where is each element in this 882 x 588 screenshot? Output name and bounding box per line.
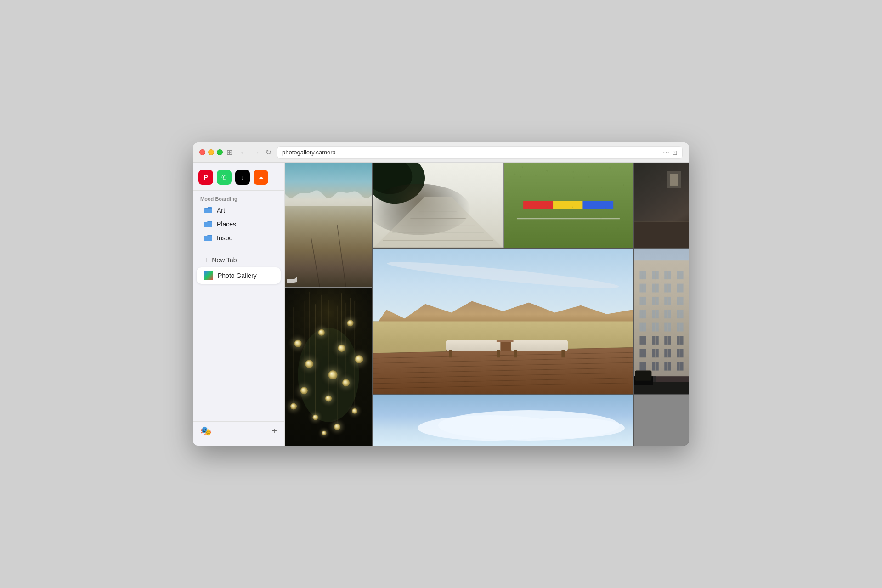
bookmark-pinterest[interactable]: P: [198, 170, 213, 185]
bookmark-whatsapp[interactable]: ✆: [217, 170, 232, 185]
url-text: photogallery.camera: [282, 149, 660, 156]
share-icon[interactable]: ⊡: [672, 149, 678, 156]
photo-sky-clouds[interactable]: [373, 395, 633, 446]
nav-buttons: ← → ↻: [238, 147, 273, 158]
photo-top-middle[interactable]: [373, 163, 633, 248]
folder-icon-places: [204, 220, 212, 228]
desert-canvas: [373, 249, 633, 394]
dark-room-canvas: [634, 163, 689, 248]
sidebar-item-inspo[interactable]: Inspo: [197, 231, 281, 245]
address-bar[interactable]: photogallery.camera ⋯ ⊡: [277, 146, 683, 159]
mood-boarding-label: Mood Boarding: [193, 192, 284, 204]
photo-grass[interactable]: [504, 163, 633, 248]
places-label: Places: [217, 220, 236, 228]
tab-favicon: [204, 271, 213, 280]
bookmark-tiktok[interactable]: ♪: [235, 170, 250, 185]
photo-desert-lounge[interactable]: [373, 249, 633, 394]
sidebar-item-places[interactable]: Places: [197, 217, 281, 231]
photo-gallery-main: [285, 163, 689, 446]
art-label: Art: [217, 207, 225, 214]
back-button[interactable]: ←: [238, 147, 249, 158]
title-bar: ⊞ ← → ↻ photogallery.camera ⋯ ⊡: [193, 142, 689, 163]
plus-icon: +: [204, 256, 208, 264]
active-tab[interactable]: Photo Gallery: [197, 267, 281, 284]
aerial-beach-photo: [285, 163, 372, 446]
photo-bottom-right[interactable]: [634, 395, 689, 446]
pinterest-icon: P: [204, 174, 208, 181]
sidebar-divider: [200, 249, 277, 249]
folder-icon-art: [204, 207, 212, 214]
tiktok-icon: ♪: [241, 174, 244, 181]
new-tab-label: New Tab: [212, 256, 237, 264]
photo-grid: [285, 163, 689, 446]
bookmark-soundcloud[interactable]: ☁: [254, 170, 268, 185]
pathway-canvas: [373, 163, 503, 248]
link-icon[interactable]: ⋯: [663, 149, 669, 156]
photo-pathway[interactable]: [373, 163, 503, 248]
traffic-lights: [199, 149, 223, 155]
new-tab-button[interactable]: + New Tab: [197, 253, 281, 267]
browser-body: P ✆ ♪ ☁ Mood Boarding Art: [193, 163, 689, 446]
sidebar-bottom: 🎭 +: [193, 421, 284, 440]
sidebar-item-art[interactable]: Art: [197, 204, 281, 217]
sky-canvas: [373, 395, 633, 446]
soundcloud-icon: ☁: [258, 174, 264, 181]
photo-top-right[interactable]: [634, 163, 689, 248]
sidebar-profile-icon[interactable]: 🎭: [200, 425, 212, 436]
reload-button[interactable]: ↻: [264, 147, 273, 158]
tab-label: Photo Gallery: [218, 272, 257, 279]
sidebar: P ✆ ♪ ☁ Mood Boarding Art: [193, 163, 285, 446]
browser-window: ⊞ ← → ↻ photogallery.camera ⋯ ⊡ P ✆: [193, 142, 689, 446]
bookmarks-bar: P ✆ ♪ ☁: [193, 168, 284, 191]
forward-button[interactable]: →: [251, 147, 262, 158]
bottom-right-canvas: [634, 395, 689, 446]
photo-left-column[interactable]: [285, 163, 372, 446]
sidebar-add-icon[interactable]: +: [271, 426, 277, 436]
grass-canvas: [504, 163, 633, 248]
sidebar-toggle-icon[interactable]: ⊞: [226, 148, 232, 157]
minimize-button[interactable]: [208, 149, 214, 155]
close-button[interactable]: [199, 149, 205, 155]
photo-paris[interactable]: [634, 249, 689, 394]
inspo-label: Inspo: [217, 234, 232, 242]
maximize-button[interactable]: [217, 149, 223, 155]
folder-icon-inspo: [204, 234, 212, 242]
paris-canvas: [634, 249, 689, 394]
whatsapp-icon: ✆: [221, 174, 227, 181]
